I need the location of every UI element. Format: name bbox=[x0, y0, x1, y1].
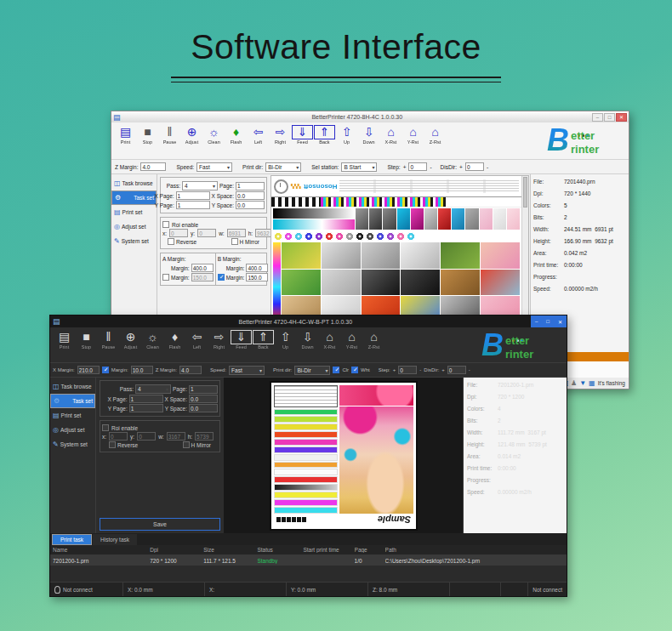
xspace-input[interactable] bbox=[189, 395, 218, 403]
speed-select[interactable]: Fast▾ bbox=[229, 366, 265, 375]
a-margin2-checkbox[interactable] bbox=[162, 274, 169, 281]
print-dir-select[interactable]: Bi-Dir▾ bbox=[294, 366, 330, 375]
sidebar-item-adjust-set[interactable]: ◎Adjust set bbox=[111, 219, 157, 234]
toolbar-flash-button[interactable]: ♦Flash bbox=[164, 330, 185, 362]
toolbar-right-button[interactable]: ⇨Right bbox=[270, 125, 291, 159]
toolbar-clean-button[interactable]: ☼Clean bbox=[142, 330, 163, 362]
close-button[interactable]: ✕ bbox=[616, 113, 627, 122]
toolbar-back-button[interactable]: ⇑Back bbox=[314, 125, 335, 159]
toolbar-z-rst-button[interactable]: ⌂Z-Rst bbox=[424, 125, 446, 159]
sidebar-item-task-set[interactable]: ⚙Task set bbox=[111, 190, 157, 205]
sidebar-item-print-set[interactable]: ▤Print set bbox=[50, 408, 95, 423]
toolbar-down-button[interactable]: ⇩Down bbox=[358, 125, 379, 159]
toolbar-back-button[interactable]: ⇑Back bbox=[253, 330, 274, 362]
toolbar-feed-button[interactable]: ⇓Feed bbox=[292, 125, 313, 159]
toolbar-stop-button[interactable]: ■Stop bbox=[137, 125, 158, 159]
disdir-input[interactable] bbox=[465, 162, 484, 171]
speed-select[interactable]: Fast▾ bbox=[196, 162, 232, 172]
clr-checkbox[interactable] bbox=[333, 367, 339, 373]
roi-x-input[interactable] bbox=[169, 229, 188, 237]
pass-select[interactable]: 4▾ bbox=[135, 384, 171, 394]
toolbar-x-rst-button[interactable]: ⌂X-Rst bbox=[319, 330, 340, 362]
roi-x-input[interactable] bbox=[109, 432, 128, 441]
toolbar-print-button[interactable]: ▤Print bbox=[54, 330, 75, 362]
sidebar-item-task-set[interactable]: ⚙Task set bbox=[50, 394, 95, 408]
toolbar-down-button[interactable]: ⇩Down bbox=[297, 330, 318, 362]
print-dir-select[interactable]: Bi-Dir▾ bbox=[265, 162, 301, 172]
roi-enable-checkbox[interactable] bbox=[162, 221, 169, 228]
toolbar-adjust-button[interactable]: ⊕Adjust bbox=[120, 330, 141, 362]
sidebar-item-adjust-set[interactable]: ◎Adjust set bbox=[50, 423, 95, 437]
roi-w-input[interactable] bbox=[227, 229, 246, 237]
sidebar-item-task-browse[interactable]: ◫Task browse bbox=[50, 379, 95, 394]
roi-y-input[interactable] bbox=[137, 432, 156, 441]
b-margin2-checkbox[interactable] bbox=[218, 274, 225, 281]
disdir-input[interactable] bbox=[447, 366, 466, 374]
sidebar-item-system-set[interactable]: ✎System set bbox=[50, 437, 95, 452]
maximize-button[interactable]: □ bbox=[546, 319, 550, 324]
sel-station-select[interactable]: B Start▾ bbox=[341, 162, 377, 172]
step-minus-button[interactable]: - bbox=[430, 164, 431, 170]
margin-input[interactable] bbox=[131, 366, 153, 374]
sidebar-item-print-set[interactable]: ▤Print set bbox=[111, 205, 157, 219]
save-button[interactable]: Save bbox=[100, 518, 220, 531]
toolbar-y-rst-button[interactable]: ⌂Y-Rst bbox=[402, 125, 424, 159]
toolbar-y-rst-button[interactable]: ⌂Y-Rst bbox=[341, 330, 362, 362]
toolbar-stop-button[interactable]: ■Stop bbox=[76, 330, 97, 362]
xpage-input[interactable] bbox=[129, 395, 163, 403]
page-input[interactable] bbox=[189, 385, 218, 394]
page-input[interactable] bbox=[236, 182, 265, 190]
roi-h-input[interactable] bbox=[195, 432, 214, 441]
close-button[interactable]: ✕ bbox=[558, 319, 562, 325]
reverse-checkbox[interactable] bbox=[168, 238, 174, 245]
roi-enable-checkbox[interactable] bbox=[102, 424, 109, 431]
toolbar-up-button[interactable]: ⇧Up bbox=[275, 330, 296, 362]
b-margin1-input[interactable] bbox=[246, 264, 268, 272]
step-plus-button[interactable]: + bbox=[403, 164, 407, 170]
toolbar-up-button[interactable]: ⇧Up bbox=[336, 125, 357, 159]
a-margin1-input[interactable] bbox=[191, 264, 214, 272]
roi-y-input[interactable] bbox=[197, 229, 216, 237]
toolbar-clean-button[interactable]: ☼Clean bbox=[203, 125, 225, 159]
table-row[interactable]: 7201200-1.prn720 * 1200111.7 * 121.5Stan… bbox=[50, 555, 567, 566]
reverse-checkbox[interactable] bbox=[109, 441, 116, 448]
toolbar-left-button[interactable]: ⇦Left bbox=[186, 330, 208, 362]
z-margin-input[interactable] bbox=[179, 366, 202, 374]
scrollbar-thumb[interactable] bbox=[523, 177, 527, 207]
toolbar-left-button[interactable]: ⇦Left bbox=[248, 125, 269, 159]
hmirror-checkbox[interactable] bbox=[183, 441, 190, 448]
xspace-input[interactable] bbox=[236, 191, 265, 200]
step-input[interactable] bbox=[398, 366, 417, 374]
toolbar-x-rst-button[interactable]: ⌂X-Rst bbox=[380, 125, 401, 159]
ypage-input[interactable] bbox=[176, 201, 210, 209]
ypage-input[interactable] bbox=[129, 404, 163, 412]
yspace-input[interactable] bbox=[189, 404, 218, 412]
step-plus-button[interactable]: + bbox=[393, 367, 396, 372]
maximize-button[interactable]: □ bbox=[604, 113, 615, 122]
toolbar-pause-button[interactable]: ‖Pause bbox=[98, 330, 119, 362]
yspace-input[interactable] bbox=[236, 201, 265, 209]
tab-history-task[interactable]: History task bbox=[93, 534, 137, 545]
minimize-button[interactable]: – bbox=[535, 319, 538, 324]
z-margin-input[interactable] bbox=[140, 162, 166, 171]
b-margin2-input[interactable] bbox=[246, 273, 268, 281]
a-margin2-input[interactable] bbox=[191, 273, 214, 281]
disdir-plus-button[interactable]: + bbox=[459, 164, 463, 170]
step-input[interactable] bbox=[408, 162, 427, 171]
tab-print-task[interactable]: Print task bbox=[52, 534, 92, 545]
hmirror-checkbox[interactable] bbox=[231, 238, 238, 245]
disdir-minus-button[interactable]: - bbox=[469, 367, 470, 372]
pass-select[interactable]: 4▾ bbox=[182, 181, 218, 190]
toolbar-adjust-button[interactable]: ⊕Adjust bbox=[181, 125, 202, 159]
x-margin-input[interactable] bbox=[77, 366, 100, 374]
toolbar-feed-button[interactable]: ⇓Feed bbox=[231, 330, 252, 362]
sidebar-item-task-browse[interactable]: ◫Task browse bbox=[111, 176, 157, 190]
disdir-minus-button[interactable]: - bbox=[487, 164, 488, 170]
disdir-plus-button[interactable]: + bbox=[441, 367, 445, 372]
step-minus-button[interactable]: - bbox=[419, 367, 421, 372]
toolbar-flash-button[interactable]: ♦Flash bbox=[225, 125, 247, 159]
xpage-input[interactable] bbox=[176, 191, 210, 200]
toolbar-z-rst-button[interactable]: ⌂Z-Rst bbox=[363, 330, 384, 362]
sidebar-item-system-set[interactable]: ✎System set bbox=[111, 234, 157, 248]
roi-w-input[interactable] bbox=[167, 432, 185, 441]
